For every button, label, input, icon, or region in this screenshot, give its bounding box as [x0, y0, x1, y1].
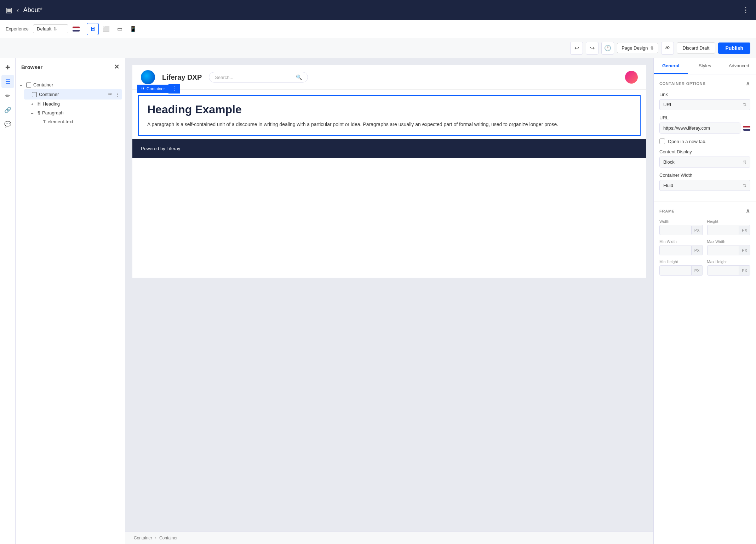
- container-icon-child: [32, 92, 37, 97]
- min-height-field: Min Height PX: [659, 260, 703, 276]
- sidebar-toggle-icon[interactable]: ▣: [6, 6, 12, 14]
- page-design-select[interactable]: Page Design ⇅: [617, 43, 658, 53]
- content-display-chevron-icon: ⇅: [743, 160, 746, 165]
- discard-draft-button[interactable]: Discard Draft: [677, 42, 716, 53]
- container-icon-root: [26, 83, 31, 87]
- tree-item-actions: 👁 ⋮: [107, 91, 121, 98]
- tree-item-heading[interactable]: + H Heading: [30, 100, 122, 108]
- wide-mobile-device-btn[interactable]: ▭: [114, 23, 126, 35]
- tree-item-paragraph[interactable]: – ¶ Paragraph: [30, 108, 122, 117]
- canvas-user-avatar[interactable]: [625, 71, 638, 84]
- height-input-row: PX: [707, 225, 751, 235]
- min-max-width-row: Min Width PX Max Width PX: [659, 239, 750, 255]
- tree-visibility-button[interactable]: 👁: [107, 91, 113, 98]
- locale-flag-icon[interactable]: [73, 27, 80, 32]
- breadcrumb-child[interactable]: Container: [159, 536, 178, 540]
- tree-item-container-root[interactable]: – Container: [18, 80, 122, 89]
- tree-toggle-child[interactable]: –: [25, 92, 30, 97]
- canvas-footer: Powered by Liferay: [132, 139, 646, 158]
- selected-container-wrapper: ⠿ Container ⋮ Heading Example A paragrap…: [138, 95, 641, 136]
- link-type-value: URL: [663, 102, 672, 107]
- width-input[interactable]: [660, 225, 691, 235]
- more-options-icon[interactable]: ⋮: [742, 5, 750, 15]
- tab-advanced[interactable]: Advanced: [722, 58, 756, 74]
- undo-button[interactable]: ↩: [570, 42, 583, 55]
- preview-button[interactable]: 👁: [661, 42, 674, 55]
- min-height-input[interactable]: [660, 266, 691, 275]
- top-bar: ▣ ‹ About* ⋮: [0, 0, 756, 20]
- max-width-label: Max Width: [707, 239, 751, 244]
- container-content-box: Heading Example A paragraph is a self-co…: [138, 95, 641, 136]
- browser-panel: Browser ✕ – Container – Container 👁 ⋮: [16, 58, 125, 544]
- browser-icon[interactable]: ☰: [1, 75, 14, 88]
- tree-toggle-heading[interactable]: +: [31, 102, 35, 106]
- width-field: Width PX: [659, 219, 703, 235]
- url-field-label: URL: [659, 115, 750, 120]
- canvas-area: Liferay DXP Search... 🔍 ⠿ Container ⋮: [125, 58, 653, 544]
- canvas-content-area: Heading Example A paragraph is a self-co…: [139, 96, 640, 135]
- width-unit: PX: [691, 226, 703, 234]
- add-widget-icon[interactable]: ✚: [1, 61, 14, 74]
- page-title: About*: [23, 6, 42, 14]
- link-type-select[interactable]: URL ⇅: [659, 99, 750, 110]
- height-input[interactable]: [708, 225, 739, 235]
- tree-more-button[interactable]: ⋮: [115, 91, 121, 98]
- links-icon[interactable]: 🔗: [1, 103, 14, 116]
- drag-handle-icon: ⠿: [141, 86, 144, 92]
- styles-icon[interactable]: ✏: [1, 89, 14, 102]
- tree-item-element-text[interactable]: T element-text: [35, 117, 122, 126]
- tree-label-element-text: element-text: [48, 119, 121, 124]
- container-drag-handle[interactable]: ⠿ Container: [137, 85, 168, 93]
- breadcrumb: Container › Container: [125, 532, 653, 544]
- url-input[interactable]: https://www.liferay.com: [659, 123, 740, 134]
- container-options-collapse-btn[interactable]: ∧: [746, 80, 750, 87]
- min-width-label: Min Width: [659, 239, 703, 244]
- container-width-select[interactable]: Fluid ⇅: [659, 180, 750, 191]
- max-width-input[interactable]: [708, 245, 739, 255]
- max-height-input[interactable]: [708, 266, 739, 275]
- url-locale-flag-icon[interactable]: [743, 126, 750, 131]
- open-new-tab-checkbox[interactable]: [659, 138, 665, 144]
- content-display-value: Block: [663, 159, 675, 165]
- max-height-label: Max Height: [707, 260, 751, 264]
- publish-button[interactable]: Publish: [718, 42, 750, 54]
- canvas-paragraph[interactable]: A paragraph is a self-contained unit of …: [147, 120, 631, 128]
- tree-item-container-child[interactable]: – Container 👁 ⋮: [24, 89, 122, 100]
- max-height-unit: PX: [739, 266, 750, 275]
- comments-icon[interactable]: 💬: [1, 118, 14, 130]
- width-input-row: PX: [659, 225, 703, 235]
- container-options-button[interactable]: ⋮: [168, 84, 180, 94]
- canvas-search-box[interactable]: Search... 🔍: [209, 72, 308, 83]
- page-title-text: About: [23, 6, 40, 13]
- max-width-input-row: PX: [707, 245, 751, 255]
- container-width-value: Fluid: [663, 183, 673, 188]
- heading-type-icon: H: [38, 102, 41, 107]
- back-icon[interactable]: ‹: [17, 6, 19, 14]
- canvas-brand-name: Liferay DXP: [162, 73, 202, 81]
- min-width-input[interactable]: [660, 245, 691, 255]
- experience-select[interactable]: Default ⇅: [33, 24, 68, 33]
- frame-collapse-btn[interactable]: ∧: [746, 208, 750, 214]
- browser-tree: – Container – Container 👁 ⋮ + H Heading: [16, 76, 125, 544]
- container-floating-toolbar: ⠿ Container ⋮: [137, 84, 180, 94]
- redo-button[interactable]: ↪: [586, 42, 598, 55]
- tab-styles[interactable]: Styles: [688, 58, 722, 74]
- history-button[interactable]: 🕐: [601, 42, 614, 55]
- browser-close-button[interactable]: ✕: [114, 63, 119, 71]
- tree-toggle-root[interactable]: –: [20, 83, 24, 87]
- desktop-device-btn[interactable]: 🖥: [87, 23, 99, 35]
- right-panel: General Styles Advanced CONTAINER OPTION…: [653, 58, 756, 544]
- page-design-chevron-icon: ⇅: [650, 46, 654, 51]
- text-type-icon: T: [43, 120, 46, 124]
- experience-chevron-icon: ⇅: [53, 27, 57, 32]
- canvas-heading[interactable]: Heading Example: [147, 103, 631, 116]
- breadcrumb-root[interactable]: Container: [134, 536, 152, 540]
- min-height-label: Min Height: [659, 260, 703, 264]
- tree-toggle-paragraph[interactable]: –: [31, 111, 35, 115]
- tablet-device-btn[interactable]: ⬜: [100, 23, 112, 35]
- tab-general[interactable]: General: [654, 58, 688, 74]
- mobile-device-btn[interactable]: 📱: [127, 23, 139, 35]
- experience-bar: Experience Default ⇅ 🖥 ⬜ ▭ 📱: [0, 20, 756, 38]
- content-display-select[interactable]: Block ⇅: [659, 157, 750, 168]
- browser-panel-header: Browser ✕: [16, 58, 125, 76]
